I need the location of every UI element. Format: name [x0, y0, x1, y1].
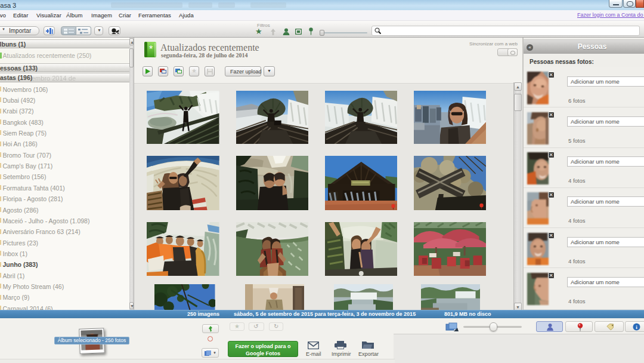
svg-text:*: * [149, 44, 153, 54]
